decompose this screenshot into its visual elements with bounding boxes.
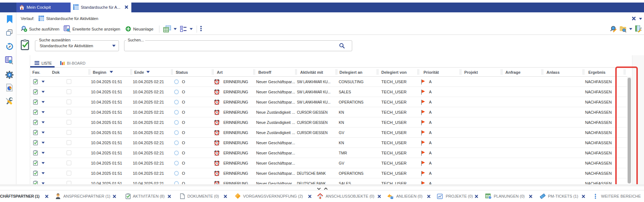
svg-text:?: ? [391, 196, 393, 199]
